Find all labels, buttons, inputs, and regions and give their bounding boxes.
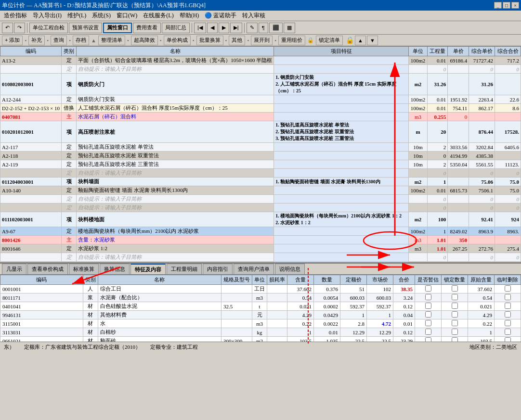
bcell-temp-del[interactable] xyxy=(495,319,521,328)
menu-cost-index[interactable]: 造价指标 xyxy=(1,11,30,21)
cell-qty[interactable]: 2 xyxy=(427,160,448,169)
cell-price[interactable] xyxy=(448,212,469,227)
query-button[interactable]: 查询 xyxy=(51,36,67,45)
cell-comp-price[interactable]: 75.06 xyxy=(469,178,495,186)
insert-button[interactable]: ⬛ xyxy=(269,23,283,33)
cell-price[interactable] xyxy=(448,253,469,262)
cell-name[interactable]: 块料墙面 xyxy=(77,178,274,186)
grid-button[interactable]: ▦ xyxy=(284,23,295,33)
bcell-temp-est[interactable] xyxy=(415,285,442,293)
cell-price[interactable] xyxy=(448,65,469,74)
lock-list-button[interactable]: 锁定清单 xyxy=(316,36,343,45)
cell-comp-price[interactable]: 0 xyxy=(469,195,495,204)
cell-price[interactable] xyxy=(448,178,469,186)
redo-button[interactable]: ↷ xyxy=(14,23,25,33)
archive-button[interactable]: 存档 xyxy=(73,36,89,45)
cell-price[interactable]: 8249.02 xyxy=(448,227,469,236)
bottom-table-row[interactable]: 3113031 材 白棉纱 kg 1 0.01 12.29 12.29 0.12… xyxy=(0,328,521,337)
table-row[interactable]: 010802003001 项 钢质防火门 1. 钢质防火门安装 2. 人工铺筑水… xyxy=(0,74,521,95)
unit-check-button[interactable]: 单位工程自检 xyxy=(29,23,68,33)
nav-first[interactable]: |◀ xyxy=(194,23,206,33)
table-row[interactable]: 定 自动提示：请输入子目简称 0 0 0 xyxy=(0,65,521,74)
menu-maintain[interactable]: 维护(L) xyxy=(65,11,89,21)
cell-price[interactable]: 69186.4 xyxy=(448,56,469,65)
local-summary-button[interactable]: 局部汇总 xyxy=(162,23,190,33)
cell-name[interactable]: 人工铺筑水泥石屑（碎石）混合料 厚度15m实际厚度（cm）：25 xyxy=(77,104,274,113)
bcell-market-price[interactable]: 1 xyxy=(367,311,393,319)
cell-price[interactable] xyxy=(448,204,469,212)
cell-qty[interactable]: 2 xyxy=(427,143,448,152)
cell-name[interactable]: 钢质防火门 xyxy=(77,74,274,95)
bcell-lock-qty[interactable] xyxy=(442,337,468,342)
temp-checkbox[interactable] xyxy=(425,303,431,309)
bcell-content[interactable]: 1 xyxy=(287,328,314,337)
bcell-content[interactable]: 103.5 xyxy=(287,337,314,342)
cell-price[interactable]: 3033.56 xyxy=(448,143,469,152)
del-checkbox[interactable] xyxy=(505,285,511,292)
cell-comp-price[interactable] xyxy=(469,113,495,121)
maximize-button[interactable]: □ xyxy=(503,2,510,9)
bcell-temp-est[interactable] xyxy=(415,337,442,342)
cell-price[interactable]: 6815.73 xyxy=(448,186,469,195)
tab-content-guide[interactable]: 内容指引 xyxy=(203,264,233,274)
table-row[interactable]: 0407081 主 水泥石屑（碎石）混合料 m3 0.255 0 xyxy=(0,113,521,121)
cell-qty[interactable]: 0.01 xyxy=(427,186,448,195)
cell-comp-price[interactable]: 272.76 xyxy=(469,244,495,253)
tab-unit-price[interactable]: 查看单价构成 xyxy=(27,264,68,274)
tab-display[interactable]: 几显示 xyxy=(2,264,26,274)
cell-price[interactable]: 350 xyxy=(448,236,469,244)
bottom-table-row[interactable]: 8011171 浆 水泥膏（配合比） m3 0.54 0.0054 600.03… xyxy=(0,293,521,302)
bcell-content[interactable]: 0.22 xyxy=(287,319,314,328)
bottom-table-row[interactable]: 0401041 材 白色硅酸盐水泥 32.5 t 0.021 0.0002 59… xyxy=(0,302,521,311)
del-checkbox[interactable] xyxy=(505,311,511,318)
del-checkbox[interactable] xyxy=(505,294,511,300)
table-row[interactable]: D2-2-152 + D2-2-153 × 10 借换 人工铺筑水泥石屑（碎石）… xyxy=(0,104,521,113)
budget-setup-button[interactable]: 预算书设置 xyxy=(69,23,102,33)
tab-std-calc[interactable]: 标准换算 xyxy=(69,264,99,274)
cell-name[interactable]: 预钻孔道高压旋喷水泥桩 双重管法 xyxy=(77,152,274,160)
cell-qty[interactable]: 0.01 xyxy=(427,95,448,104)
arrow-down-button[interactable]: ▼ xyxy=(367,36,378,45)
cell-price[interactable]: 4194.99 xyxy=(448,152,469,160)
bcell-content[interactable]: 0.54 xyxy=(287,293,314,302)
del-checkbox[interactable] xyxy=(505,303,511,309)
menu-assistant[interactable]: 🔵 蓝诺助手 xyxy=(202,11,239,21)
bottom-table-row[interactable]: 3115001 材 水 m3 0.22 0.0022 2.8 4.72 0.01… xyxy=(0,319,521,328)
cell-name[interactable]: 楼地面陶瓷块料（每块周长mm）2100以内 水泥砂浆 xyxy=(77,227,274,236)
cell-name[interactable]: 预钻孔道高压旋喷水泥桩 单管法 xyxy=(77,143,274,152)
bcell-temp-est[interactable] xyxy=(415,319,442,328)
undo-button[interactable]: ↶ xyxy=(2,23,13,33)
bcell-market-price[interactable]: 102 xyxy=(367,285,393,293)
cell-qty[interactable]: 1 xyxy=(427,227,448,236)
lock-checkbox[interactable] xyxy=(452,294,458,300)
temp-checkbox[interactable] xyxy=(425,294,431,300)
tab-qty-detail[interactable]: 工程量明細 xyxy=(167,264,202,274)
lock-checkbox[interactable] xyxy=(452,320,458,326)
cell-name[interactable]: 自动提示：请输入子目简称 xyxy=(77,195,274,204)
bcell-temp-del[interactable] xyxy=(495,311,521,319)
bottom-table-row[interactable]: 0661021 材 釉面砖 300×300 m2 103.5 1.035 22.… xyxy=(0,337,521,342)
cell-price[interactable]: 754.11 xyxy=(448,104,469,113)
del-checkbox[interactable] xyxy=(505,329,511,335)
cell-price[interactable]: 267.25 xyxy=(448,244,469,253)
table-row[interactable]: A2-117 定 预钻孔道高压旋喷水泥桩 单管法 10m 2 3033.56 3… xyxy=(0,143,521,152)
supplement-button[interactable]: 补充 xyxy=(28,36,45,45)
table-row[interactable]: A13-2 定 平面（合折线）铝合金玻璃幕墙 楼层高3.2m，玻璃分格（宽×高）… xyxy=(0,56,521,65)
lock-checkbox[interactable] xyxy=(452,329,458,335)
para-button[interactable]: ¶ xyxy=(259,23,268,33)
cell-qty[interactable]: 0.255 xyxy=(427,113,448,121)
tab-description[interactable]: 说明信息 xyxy=(275,264,305,274)
bcell-temp-del[interactable] xyxy=(495,293,521,302)
table-row[interactable]: 定 自动提示：请输入子目简称 0 0 0 xyxy=(0,195,521,204)
cell-comp-price[interactable]: 3202.84 xyxy=(469,143,495,152)
cell-qty[interactable]: 0.01 xyxy=(427,56,448,65)
cell-comp-price[interactable] xyxy=(469,236,495,244)
temp-checkbox[interactable] xyxy=(425,311,431,318)
table-row[interactable]: 8001646 定 水泥砂浆 1:2 m3 1.01 267.25 272.76… xyxy=(0,244,521,253)
cell-price[interactable] xyxy=(448,169,469,178)
cell-qty[interactable]: 20 xyxy=(427,121,448,143)
cell-name[interactable]: 水泥石屑（碎石）混合料 xyxy=(77,113,274,121)
cell-comp-price[interactable]: 862.17 xyxy=(469,104,495,113)
table-row[interactable]: 8001426 主 含量：水泥砂浆 m3 1.01 350 xyxy=(0,236,521,244)
cell-qty[interactable]: 1.01 xyxy=(427,236,448,244)
